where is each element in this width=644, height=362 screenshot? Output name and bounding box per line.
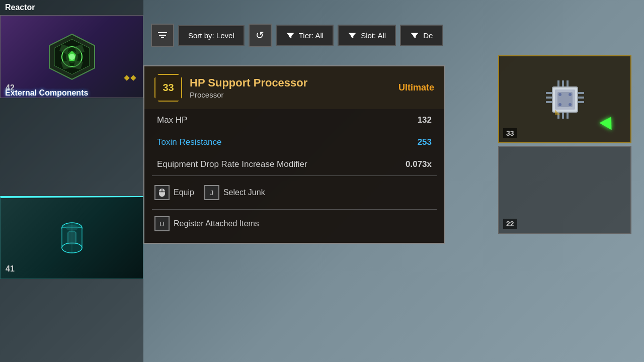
- svg-rect-42: [567, 113, 569, 119]
- stat-toxin-resistance: Toxin Resistance 253: [144, 131, 444, 153]
- svg-rect-37: [557, 80, 559, 86]
- svg-rect-39: [567, 80, 569, 86]
- detail-item-type: Processor: [190, 90, 391, 99]
- slot-filter-label: Slot: All: [361, 31, 386, 40]
- slot-item-selected[interactable]: 33: [498, 55, 631, 143]
- sort-by-button[interactable]: Sort by: Level: [178, 25, 245, 46]
- stat-max-hp-value: 132: [418, 115, 432, 125]
- stat-drop-rate: Equipment Drop Rate Increase Modifier 0.…: [144, 153, 444, 175]
- svg-rect-41: [562, 113, 564, 119]
- svg-rect-38: [562, 80, 564, 86]
- external-section-label: External Components: [0, 85, 143, 101]
- slot-item-level: 33: [503, 128, 517, 138]
- capsule-icon: [52, 218, 92, 258]
- register-action-row: U Register Attached Items: [144, 210, 444, 238]
- detail-panel: 33 HP Support Processor Processor Ultima…: [143, 65, 445, 244]
- reactor-icon: [47, 32, 97, 82]
- svg-point-43: [558, 93, 561, 96]
- select-junk-button[interactable]: J Select Junk: [204, 181, 275, 204]
- slot-item-2[interactable]: 22: [498, 146, 631, 234]
- tier-filter-label: Tier: All: [299, 31, 324, 40]
- sort-by-label: Sort by: Level: [188, 31, 234, 40]
- svg-point-9: [69, 54, 75, 60]
- equip-button[interactable]: Equip: [154, 181, 204, 204]
- detail-actions: Equip J Select Junk: [144, 176, 444, 209]
- stat-max-hp-label: Max HP: [157, 115, 187, 125]
- cyan-divider: [1, 197, 143, 198]
- de-filter-button[interactable]: De: [400, 25, 443, 46]
- svg-rect-34: [578, 92, 584, 94]
- processor-icon: [540, 74, 590, 125]
- stat-toxin-resistance-value: 253: [418, 137, 432, 147]
- svg-point-44: [569, 93, 572, 96]
- de-filter-label: De: [423, 31, 433, 40]
- select-junk-label: Select Junk: [223, 188, 265, 197]
- sidebar: Reactor 42 External Compone: [0, 0, 143, 362]
- refresh-icon: ↺: [256, 29, 264, 41]
- refresh-button[interactable]: ↺: [249, 24, 272, 47]
- detail-level-badge: 33: [154, 74, 182, 102]
- detail-item-tier: Ultimate: [398, 82, 434, 93]
- stat-drop-rate-value: 0.073x: [406, 159, 432, 169]
- equip-key: [154, 185, 170, 200]
- slot-item-2-level: 22: [503, 219, 517, 229]
- detail-header: 33 HP Support Processor Processor Ultima…: [144, 66, 444, 109]
- svg-rect-31: [546, 92, 552, 94]
- svg-rect-32: [546, 97, 552, 99]
- external-item-1-level: 41: [6, 264, 15, 274]
- equip-label: Equip: [174, 188, 194, 197]
- register-attached-button[interactable]: U Register Attached Items: [144, 212, 444, 235]
- reactor-item-dots: [125, 76, 135, 80]
- slot-filter-button[interactable]: Slot: All: [338, 25, 396, 46]
- right-panel: 33 22: [498, 55, 644, 234]
- svg-point-45: [558, 103, 561, 106]
- svg-rect-35: [578, 97, 584, 99]
- detail-title-block: HP Support Processor Processor: [190, 76, 391, 99]
- detail-stats: Max HP 132 Toxin Resistance 253 Equipmen…: [144, 109, 444, 175]
- toolbar: Sort by: Level ↺ Tier: All Slot: All De: [146, 15, 644, 55]
- sort-order-button[interactable]: [151, 24, 174, 47]
- svg-rect-33: [546, 101, 552, 103]
- external-item-1-icon: [1, 197, 143, 279]
- register-key: U: [154, 216, 170, 231]
- svg-rect-36: [578, 101, 584, 103]
- external-item-1[interactable]: 41: [0, 196, 143, 279]
- register-label: Register Attached Items: [174, 219, 259, 228]
- stat-toxin-resistance-label: Toxin Resistance: [157, 137, 222, 147]
- cursor-arrow: [599, 113, 617, 130]
- detail-item-name: HP Support Processor: [190, 76, 391, 89]
- select-junk-key: J: [204, 185, 219, 200]
- svg-rect-15: [68, 232, 76, 244]
- stat-max-hp: Max HP 132: [144, 109, 444, 131]
- tier-filter-button[interactable]: Tier: All: [276, 25, 334, 46]
- stat-drop-rate-label: Equipment Drop Rate Increase Modifier: [157, 159, 307, 169]
- reactor-section-label: Reactor: [0, 0, 143, 15]
- svg-point-46: [569, 103, 572, 106]
